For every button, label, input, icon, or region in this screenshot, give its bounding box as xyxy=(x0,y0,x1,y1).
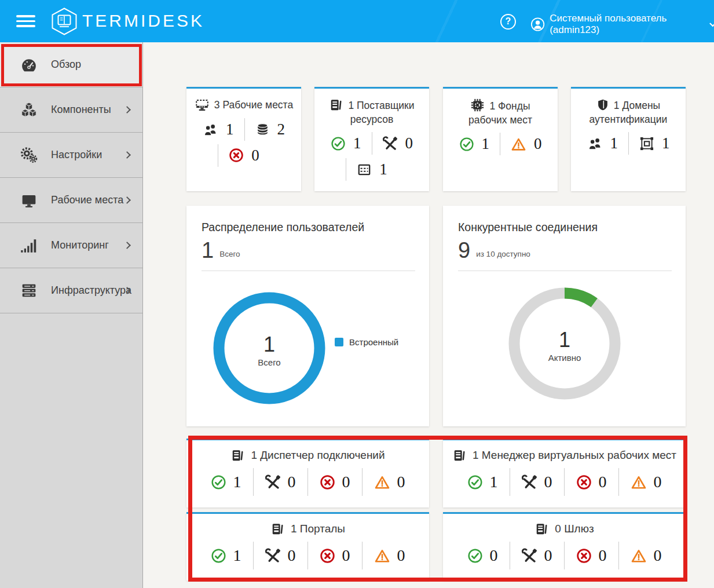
chip-icon xyxy=(470,98,485,112)
stat-warnings: 0 xyxy=(362,468,417,496)
donut-center-label: Всего xyxy=(211,357,327,367)
warning-icon xyxy=(374,548,390,563)
stat-warnings: 0 xyxy=(618,468,673,496)
stat-warnings: 0 xyxy=(500,133,552,155)
stat-errors: 0 xyxy=(307,468,362,496)
stat-maintenance: 0 xyxy=(253,542,307,569)
stat-ok: 1 xyxy=(199,542,253,569)
service-card-title: 1 Порталы xyxy=(186,522,429,536)
monitor-dashed-icon xyxy=(195,98,210,111)
user-menu[interactable]: Системный пользователь (admin123) xyxy=(530,13,714,36)
error-circle-icon xyxy=(320,474,335,490)
total-value: 9 xyxy=(458,239,470,261)
user-label: Системный пользователь (admin123) xyxy=(550,13,702,36)
stat-card-title: 1 Фонды рабочих мест xyxy=(443,98,558,127)
total-label: Всего xyxy=(219,250,240,261)
chart-title: Распределение пользователей xyxy=(202,221,364,234)
error-circle-icon xyxy=(229,148,244,163)
stat-maintenance: 0 xyxy=(510,542,564,569)
legend-swatch xyxy=(335,338,343,346)
sidebar-item-overview[interactable]: Обзор xyxy=(0,42,142,87)
documents-icon xyxy=(534,522,549,536)
service-card-connection-dispatcher: 1 Диспетчер подключений 1 0 0 0 xyxy=(186,439,429,507)
stat-maintenance: 0 xyxy=(510,468,564,496)
service-card-vdi-manager: 1 Менеджер виртуальных рабочих мест 1 0 … xyxy=(443,439,686,507)
warning-icon xyxy=(631,474,647,490)
ok-circle-icon xyxy=(459,137,474,152)
monitor-icon xyxy=(20,192,38,209)
sidebar-item-label: Настройки xyxy=(51,149,102,161)
service-card-title: 1 Менеджер виртуальных рабочих мест xyxy=(443,448,686,462)
help-icon[interactable]: ? xyxy=(500,14,516,30)
donut-center-value: 1 xyxy=(507,330,623,350)
stat-ok: 1 xyxy=(456,468,510,496)
divider xyxy=(458,271,672,271)
users-icon xyxy=(203,122,218,137)
chart-legend: Встроенный xyxy=(335,337,398,347)
sidebar-item-label: Рабочие места xyxy=(51,194,123,206)
donut-center-value: 1 xyxy=(211,334,327,355)
stat-errors: 0 xyxy=(307,542,362,569)
ok-circle-icon xyxy=(211,474,226,490)
stat-card-title: 1 Поставщики ресурсов xyxy=(314,98,429,126)
tools-icon xyxy=(265,548,281,563)
ok-circle-icon xyxy=(467,474,483,490)
chart-total: 9 из 10 доступно xyxy=(458,239,530,261)
documents-icon xyxy=(329,98,343,112)
error-circle-icon xyxy=(320,548,335,564)
chevron-right-icon xyxy=(123,151,131,159)
stat-tables: 1 xyxy=(346,158,398,181)
total-label: из 10 доступно xyxy=(476,250,530,261)
hamburger-menu-icon[interactable] xyxy=(16,15,35,27)
stat-card-providers: 1 Поставщики ресурсов 1 0 1 xyxy=(314,87,429,191)
concurrent-connections-card: Конкурентные соединения 9 из 10 доступно… xyxy=(443,206,686,426)
stat-ok: 1 xyxy=(199,468,253,496)
warning-icon xyxy=(631,548,647,563)
sidebar-item-components[interactable]: Компоненты xyxy=(0,87,142,133)
ok-circle-icon xyxy=(211,548,226,564)
sidebar-item-settings[interactable]: Настройки xyxy=(0,133,142,178)
sidebar-item-label: Обзор xyxy=(51,59,81,71)
users-donut-chart: 1 Всего xyxy=(211,290,327,406)
legend-label: Встроенный xyxy=(349,337,398,347)
sidebar-item-label: Компоненты xyxy=(51,104,111,116)
stat-errors: 0 xyxy=(218,144,270,167)
warning-icon xyxy=(374,474,390,490)
servers-icon xyxy=(20,283,38,299)
sidebar-item-infrastructure[interactable]: Инфраструктура xyxy=(0,268,142,313)
object-group-icon xyxy=(639,136,654,151)
chevron-down-icon xyxy=(709,20,714,27)
sidebar-item-label: Инфраструктура xyxy=(51,284,131,297)
stat-errors: 0 xyxy=(564,542,618,569)
users-icon xyxy=(587,136,603,151)
stat-errors: 0 xyxy=(564,468,618,496)
tachometer-icon xyxy=(20,57,38,73)
service-card-portals: 1 Порталы 1 0 0 0 xyxy=(186,512,429,580)
cubes-icon xyxy=(20,102,38,118)
database-icon xyxy=(255,122,270,137)
chevron-right-icon xyxy=(123,242,131,249)
gears-icon xyxy=(20,147,38,163)
stat-card-title: 1 Домены аутентификации xyxy=(571,98,686,126)
stat-card-auth-domains: 1 Домены аутентификации 1 1 xyxy=(571,87,686,191)
sidebar-item-workplaces[interactable]: Рабочие места xyxy=(0,178,142,223)
user-distribution-card: Распределение пользователей 1 Всего 1 Вс… xyxy=(186,206,429,426)
sidebar-item-monitoring[interactable]: Мониторинг xyxy=(0,223,142,268)
divider xyxy=(202,271,415,271)
stat-warnings: 0 xyxy=(362,542,417,569)
tools-icon xyxy=(522,548,537,563)
tools-icon xyxy=(522,474,537,490)
termidesk-dashboard: TERMIDESK ? Системный пользователь (admi… xyxy=(0,0,714,588)
brand-title: TERMIDESK xyxy=(82,11,204,31)
stat-warnings: 0 xyxy=(618,542,673,569)
bar-chart-icon xyxy=(20,238,38,254)
chart-title: Конкурентные соединения xyxy=(458,221,598,234)
error-circle-icon xyxy=(576,474,592,490)
stat-ok: 1 xyxy=(320,132,372,155)
documents-icon xyxy=(270,522,285,536)
tools-icon xyxy=(265,474,281,490)
ok-circle-icon xyxy=(331,136,346,151)
service-card-title: 1 Диспетчер подключений xyxy=(186,448,429,462)
chevron-right-icon xyxy=(123,106,131,114)
documents-icon xyxy=(452,448,467,462)
